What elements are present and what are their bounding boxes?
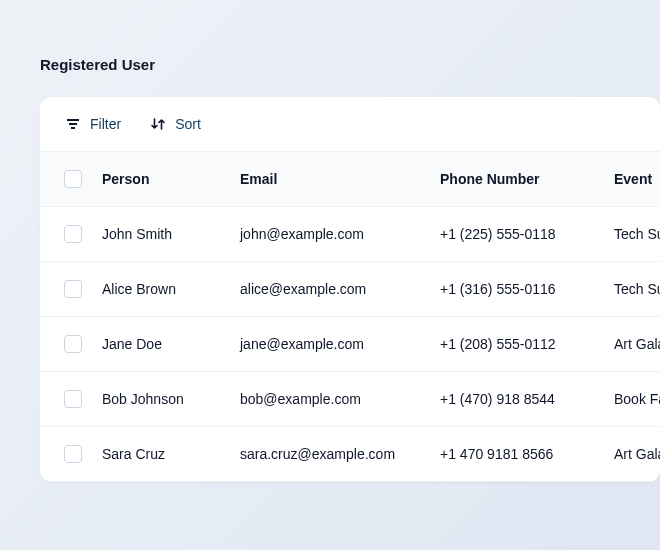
cell-event: Book Fai: [614, 391, 660, 407]
cell-event: Tech Sur: [614, 226, 660, 242]
cell-event: Art Gala: [614, 446, 660, 462]
cell-person: Sara Cruz: [102, 446, 240, 462]
filter-icon: [64, 115, 82, 133]
sort-button[interactable]: Sort: [149, 115, 201, 133]
toolbar: Filter Sort: [40, 97, 660, 151]
cell-person: Jane Doe: [102, 336, 240, 352]
column-header-event: Event: [614, 171, 652, 187]
column-header-phone: Phone Number: [440, 171, 614, 187]
cell-person: John Smith: [102, 226, 240, 242]
cell-person: Bob Johnson: [102, 391, 240, 407]
cell-person: Alice Brown: [102, 281, 240, 297]
filter-label: Filter: [90, 116, 121, 132]
column-header-email: Email: [240, 171, 440, 187]
page-title: Registered User: [40, 56, 660, 73]
svg-rect-2: [71, 127, 75, 129]
svg-rect-1: [69, 123, 77, 125]
cell-email: sara.cruz@example.com: [240, 446, 440, 462]
cell-email: bob@example.com: [240, 391, 440, 407]
row-checkbox[interactable]: [64, 225, 82, 243]
select-all-checkbox[interactable]: [64, 170, 82, 188]
cell-phone: +1 (208) 555-0112: [440, 336, 614, 352]
row-checkbox[interactable]: [64, 445, 82, 463]
cell-phone: +1 (225) 555-0118: [440, 226, 614, 242]
table-row: Alice Brown alice@example.com +1 (316) 5…: [40, 262, 660, 317]
cell-phone: +1 (470) 918 8544: [440, 391, 614, 407]
user-table-card: Filter Sort Person Email Phone Number Ev…: [40, 97, 660, 482]
table-row: Jane Doe jane@example.com +1 (208) 555-0…: [40, 317, 660, 372]
table-row: John Smith john@example.com +1 (225) 555…: [40, 207, 660, 262]
table-row: Bob Johnson bob@example.com +1 (470) 918…: [40, 372, 660, 427]
cell-email: jane@example.com: [240, 336, 440, 352]
cell-email: john@example.com: [240, 226, 440, 242]
row-checkbox[interactable]: [64, 335, 82, 353]
row-checkbox[interactable]: [64, 280, 82, 298]
column-header-person: Person: [102, 171, 240, 187]
sort-label: Sort: [175, 116, 201, 132]
cell-email: alice@example.com: [240, 281, 440, 297]
cell-phone: +1 (316) 555-0116: [440, 281, 614, 297]
cell-phone: +1 470 9181 8566: [440, 446, 614, 462]
svg-rect-0: [67, 119, 79, 121]
table-row: Sara Cruz sara.cruz@example.com +1 470 9…: [40, 427, 660, 482]
cell-event: Art Gala: [614, 336, 660, 352]
cell-event: Tech Sur: [614, 281, 660, 297]
table-header: Person Email Phone Number Event: [40, 151, 660, 207]
row-checkbox[interactable]: [64, 390, 82, 408]
sort-icon: [149, 115, 167, 133]
filter-button[interactable]: Filter: [64, 115, 121, 133]
